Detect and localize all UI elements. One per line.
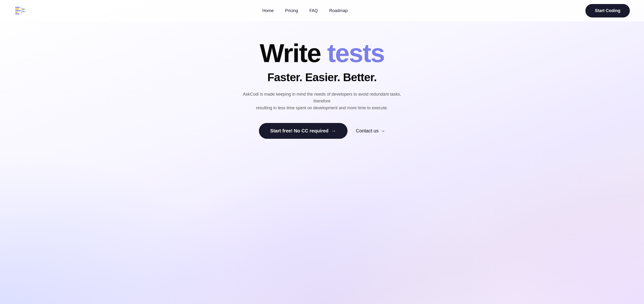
nav-link-home[interactable]: Home: [262, 8, 274, 13]
hero-section: Write tests Faster. Easier. Better. AskC…: [0, 21, 644, 167]
logo[interactable]: Ask Codi: [14, 5, 24, 16]
hero-description-line2: resulting in less time spent on developm…: [256, 105, 388, 110]
navbar: Ask Codi Home Pricing FAQ Roadmap Start …: [0, 0, 644, 21]
nav-link-roadmap[interactable]: Roadmap: [329, 8, 348, 13]
hero-title-black: Write: [260, 38, 327, 67]
hero-title: Write tests: [260, 40, 384, 66]
hero-cta-row: Start free! No CC required → Contact us …: [259, 123, 385, 139]
hero-description-line1: AskCodi is made keeping in mind the need…: [243, 92, 401, 103]
svg-rect-1: [15, 8, 19, 9]
contact-us-link[interactable]: Contact us →: [356, 128, 385, 134]
nav-item-pricing[interactable]: Pricing: [285, 8, 298, 13]
logo-icon: Ask Codi: [14, 5, 24, 16]
nav-item-roadmap[interactable]: Roadmap: [329, 8, 348, 13]
hero-title-blue: tests: [327, 38, 384, 67]
svg-rect-4: [15, 13, 19, 14]
nav-link-pricing[interactable]: Pricing: [285, 8, 298, 13]
hero-description: AskCodi is made keeping in mind the need…: [239, 91, 405, 111]
contact-us-label: Contact us: [356, 128, 379, 134]
nav-link-faq[interactable]: FAQ: [309, 8, 318, 13]
hero-subtitle: Faster. Easier. Better.: [268, 71, 377, 84]
start-free-arrow-icon: →: [332, 128, 336, 134]
start-coding-button[interactable]: Start Coding: [586, 4, 630, 17]
svg-rect-2: [15, 10, 21, 11]
start-free-button[interactable]: Start free! No CC required →: [259, 123, 348, 139]
contact-us-arrow-icon: →: [380, 128, 385, 134]
svg-text:Codi: Codi: [22, 11, 24, 12]
nav-links: Home Pricing FAQ Roadmap: [262, 8, 348, 13]
nav-item-faq[interactable]: FAQ: [309, 8, 318, 13]
start-free-label: Start free! No CC required: [270, 128, 328, 134]
svg-rect-5: [21, 7, 22, 14]
svg-text:Ask: Ask: [22, 8, 24, 10]
svg-rect-0: [15, 7, 20, 8]
nav-item-home[interactable]: Home: [262, 8, 274, 13]
svg-rect-3: [15, 12, 18, 13]
